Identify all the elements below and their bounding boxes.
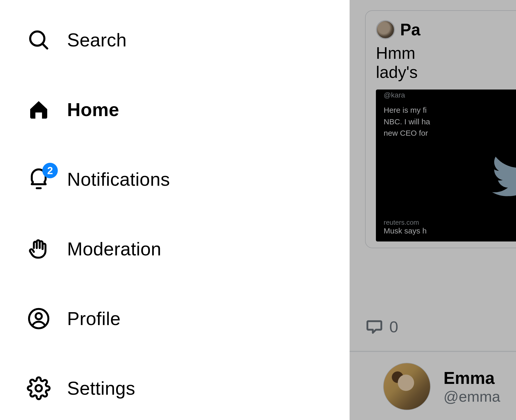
- user-circle-icon: [26, 307, 52, 330]
- bell-icon: 2: [26, 167, 52, 191]
- sidebar-item-label: Moderation: [67, 238, 161, 260]
- feed-background: Pa Hmm lady's @kara Here is my fi NBC. I…: [350, 0, 516, 420]
- svg-point-4: [36, 313, 42, 319]
- embed-handle: @kara: [384, 90, 516, 99]
- hand-icon: [26, 237, 52, 261]
- home-icon: [26, 98, 52, 121]
- embed-headline: Musk says h: [384, 227, 516, 235]
- sidebar-item-settings[interactable]: Settings: [26, 353, 350, 420]
- reply-icon: [365, 317, 384, 336]
- post-author-name[interactable]: Emma: [444, 368, 500, 388]
- post-body-line: lady's: [376, 63, 516, 82]
- embed-text-line: new CEO for: [384, 128, 516, 139]
- embed-text-line: Here is my fi: [384, 105, 516, 116]
- reply-button[interactable]: 0: [365, 317, 398, 336]
- sidebar-item-label: Home: [67, 99, 119, 120]
- post-body: Hmm lady's: [376, 44, 516, 82]
- sidebar-item-label: Search: [67, 29, 127, 51]
- post-header: Pa: [376, 20, 516, 39]
- sidebar: Search Home 2 Notifications Moderation: [0, 0, 350, 420]
- embed-domain: reuters.com: [384, 219, 516, 227]
- post-body-line: Hmm: [376, 44, 516, 63]
- embed-text-line: NBC. I will ha: [384, 117, 516, 127]
- embedded-card[interactable]: @kara Here is my fi NBC. I will ha new C…: [376, 90, 516, 241]
- search-icon: [26, 29, 52, 51]
- reply-count: 0: [389, 318, 398, 336]
- avatar[interactable]: [383, 363, 431, 410]
- sidebar-item-label: Notifications: [67, 169, 170, 190]
- gear-icon: [26, 376, 52, 400]
- sidebar-item-search[interactable]: Search: [26, 5, 350, 75]
- notifications-badge: 2: [42, 163, 58, 178]
- post-author-handle[interactable]: @emma: [444, 388, 500, 405]
- sidebar-item-home[interactable]: Home: [26, 75, 350, 144]
- sidebar-item-notifications[interactable]: 2 Notifications: [26, 144, 350, 214]
- next-post-header[interactable]: Emma @emma: [383, 363, 500, 410]
- svg-point-5: [36, 385, 42, 392]
- sidebar-item-profile[interactable]: Profile: [26, 284, 350, 353]
- post-card[interactable]: Pa Hmm lady's @kara Here is my fi NBC. I…: [365, 10, 516, 248]
- sidebar-item-label: Profile: [67, 308, 121, 329]
- twitter-bird-icon: [384, 139, 516, 216]
- sidebar-item-moderation[interactable]: Moderation: [26, 214, 350, 284]
- svg-line-1: [43, 44, 47, 49]
- sidebar-item-label: Settings: [67, 378, 135, 399]
- feed-divider: [350, 351, 516, 352]
- post-author-name[interactable]: Pa: [400, 20, 420, 39]
- avatar[interactable]: [376, 20, 395, 39]
